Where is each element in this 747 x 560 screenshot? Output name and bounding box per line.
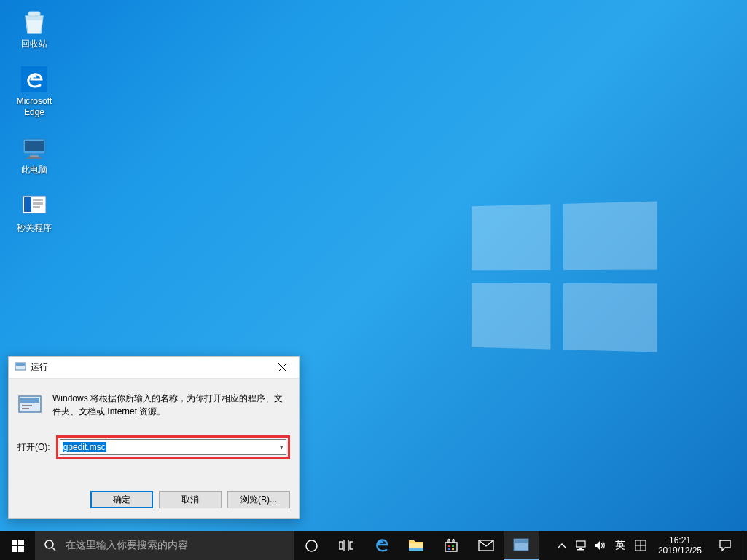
run-dialog: 运行 Windows 将根据你所输入的名称，为你打开相应的程序、文件夹、文档或 … [8, 356, 300, 519]
svg-rect-30 [448, 548, 450, 550]
taskbar-run-active[interactable] [504, 531, 539, 560]
svg-rect-36 [579, 548, 582, 549]
svg-rect-3 [25, 141, 44, 151]
search-placeholder: 在这里输入你要搜索的内容 [66, 539, 188, 552]
desktop-icon-this-pc[interactable]: 此电脑 [9, 133, 60, 175]
show-desktop-button[interactable] [743, 531, 747, 560]
system-tray: 英 [550, 531, 652, 560]
svg-rect-16 [22, 408, 29, 409]
svg-point-21 [45, 540, 53, 548]
taskbar-store[interactable] [434, 531, 469, 560]
taskbar-search[interactable]: 在这里输入你要搜索的内容 [35, 531, 294, 560]
run-input-highlight: gpedit.msc ▾ [56, 435, 290, 459]
run-open-label: 打开(O): [17, 441, 50, 454]
svg-rect-27 [409, 548, 423, 551]
tray-ime-toggle[interactable] [632, 531, 649, 560]
action-center-button[interactable] [708, 531, 743, 560]
taskbar: 在这里输入你要搜索的内容 [0, 531, 747, 560]
tray-overflow[interactable] [553, 531, 571, 560]
svg-rect-5 [27, 157, 42, 159]
this-pc-icon [20, 133, 49, 162]
cortana-icon [305, 539, 318, 553]
tray-volume[interactable] [591, 531, 609, 560]
svg-rect-0 [28, 12, 40, 16]
svg-line-22 [52, 548, 55, 551]
svg-rect-29 [452, 545, 454, 547]
chevron-up-icon [558, 543, 566, 548]
notification-icon [719, 539, 732, 552]
run-input-value: gpedit.msc [63, 442, 106, 452]
svg-rect-10 [33, 206, 40, 208]
task-view-button[interactable] [329, 531, 364, 560]
svg-rect-9 [33, 202, 43, 205]
run-app-icon [513, 538, 529, 551]
svg-point-23 [306, 540, 317, 551]
browse-button[interactable]: 浏览(B)... [227, 491, 290, 508]
desktop-icon-recycle-bin[interactable]: 回收站 [9, 7, 60, 49]
cancel-button[interactable]: 取消 [159, 491, 222, 508]
desktop-icons: 回收站 Microsoft Edge 此电脑 [9, 7, 60, 233]
task-view-icon [339, 540, 353, 551]
svg-rect-35 [576, 541, 585, 547]
svg-rect-31 [452, 548, 454, 550]
tray-network[interactable] [572, 531, 590, 560]
svg-rect-28 [448, 545, 450, 547]
cortana-button[interactable] [294, 531, 329, 560]
run-dialog-description: Windows 将根据你所输入的名称，为你打开相应的程序、文件夹、文档或 Int… [52, 392, 290, 419]
svg-rect-20 [18, 546, 24, 552]
taskbar-file-explorer[interactable] [399, 531, 434, 560]
desktop-icon-label: Microsoft Edge [17, 96, 52, 117]
svg-rect-26 [350, 542, 353, 549]
svg-rect-15 [22, 405, 32, 406]
svg-rect-25 [344, 540, 348, 551]
svg-rect-24 [339, 542, 343, 549]
svg-rect-19 [12, 546, 17, 552]
edge-icon [372, 537, 390, 554]
windows-icon [12, 540, 24, 552]
start-button[interactable] [0, 531, 35, 560]
taskbar-clock[interactable]: 16:21 2019/12/25 [652, 531, 708, 560]
close-button[interactable] [266, 357, 299, 379]
run-titlebar[interactable]: 运行 [9, 357, 299, 379]
close-icon [278, 363, 286, 371]
run-dialog-title: 运行 [31, 361, 266, 374]
run-dialog-big-icon [17, 392, 44, 419]
run-input-combobox[interactable]: gpedit.msc ▾ [60, 439, 286, 455]
taskbar-mail[interactable] [469, 531, 504, 560]
shutdown-program-icon [20, 192, 49, 221]
network-icon [575, 540, 587, 551]
desktop-icon-shutdown[interactable]: 秒关程序 [9, 192, 60, 233]
svg-rect-4 [30, 155, 39, 157]
recycle-bin-icon [20, 7, 49, 36]
chevron-down-icon[interactable]: ▾ [280, 443, 283, 451]
desktop-icon-label: 秒关程序 [17, 223, 52, 233]
ok-button[interactable]: 确定 [90, 491, 153, 508]
run-dialog-icon [15, 360, 26, 375]
svg-rect-34 [515, 540, 528, 543]
svg-rect-18 [18, 540, 24, 545]
svg-rect-8 [33, 199, 43, 201]
svg-rect-17 [12, 540, 17, 545]
svg-rect-12 [16, 363, 25, 366]
tray-ime[interactable]: 英 [610, 531, 630, 560]
mail-icon [478, 540, 494, 551]
svg-rect-14 [20, 398, 39, 403]
desktop-icon-label: 此电脑 [21, 165, 47, 175]
svg-rect-7 [24, 197, 31, 212]
edge-icon [20, 65, 49, 94]
desktop-icon-edge[interactable]: Microsoft Edge [9, 65, 60, 117]
search-icon [44, 539, 57, 552]
folder-icon [408, 539, 424, 552]
volume-icon [594, 540, 606, 551]
windows-logo-wallpaper [472, 202, 657, 352]
taskbar-edge[interactable] [364, 531, 399, 560]
store-icon [444, 538, 458, 553]
ime-grid-icon [635, 540, 646, 551]
svg-rect-37 [577, 549, 584, 551]
clock-time: 16:21 [669, 535, 691, 545]
clock-date: 2019/12/25 [658, 545, 702, 556]
desktop-icon-label: 回收站 [21, 39, 47, 49]
